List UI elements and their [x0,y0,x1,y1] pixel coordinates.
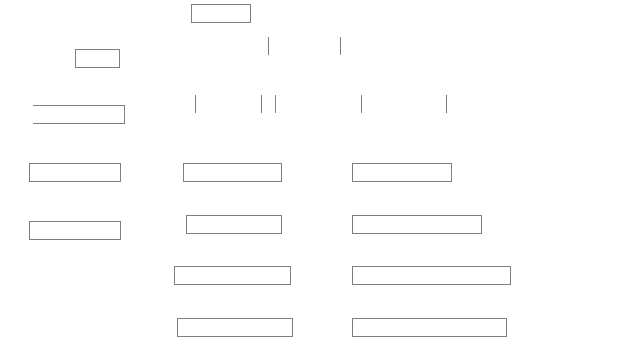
node-io-exception [195,95,262,113]
node-class-cast-exception [186,215,282,234]
node-error [75,49,120,68]
node-number-format-exception [177,318,293,337]
node-runtime-exception [275,95,362,113]
node-stack-overflow-error [29,221,121,240]
node-index-out-of-bounds-exception [352,215,482,234]
node-exception [268,37,341,56]
diagram-canvas [0,0,644,354]
node-sql-exception [376,95,447,113]
node-virtual-machine-error [33,105,125,124]
node-array-index-out-of-bounds-exception [352,318,506,337]
node-throwable [191,4,251,23]
node-string-index-out-of-bounds-exception [352,266,511,285]
node-illegal-argument-exception [174,266,291,285]
node-illegal-state-exception [183,163,282,182]
node-out-of-memory-error [29,163,121,182]
node-null-pointer-exception [352,163,452,182]
